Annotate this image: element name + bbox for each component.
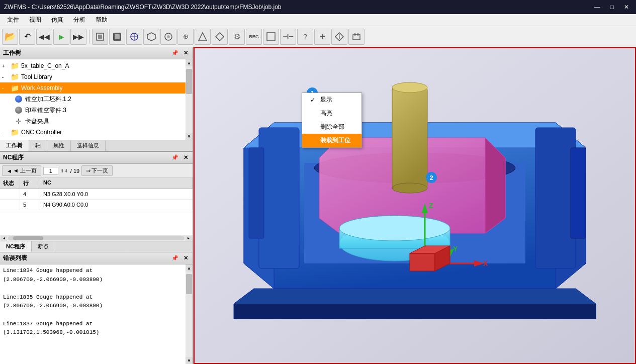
tool-button-5[interactable] <box>160 29 176 45</box>
nc-table-body[interactable]: 4 N3 G28 X0.0 Y0.0 5 N4 G90 A0.0 C0.0 <box>0 189 193 235</box>
tool-button-2[interactable] <box>109 29 125 45</box>
tree-item-cnc[interactable]: - 📁 CNC Controller <box>0 127 186 138</box>
window-title: ZWFMS - C:\Users\62526\AppData\Roaming\Z… <box>4 4 282 11</box>
tool-button-1[interactable] <box>92 29 108 45</box>
nc-tabs: NC程序 断点 <box>0 241 193 252</box>
menu-view[interactable]: 视图 <box>24 15 46 25</box>
nc-cell-line-1: 4 <box>20 189 40 199</box>
tool-button-8[interactable] <box>212 29 228 45</box>
prev-page-button[interactable]: ◄ ◄ 上一页 <box>2 165 41 176</box>
menu-simulate[interactable]: 仿真 <box>46 15 68 25</box>
tree-item-boring-blank[interactable]: 镗空加工坯料.1.2 <box>0 94 186 105</box>
tool-button-12[interactable] <box>331 29 347 45</box>
scroll-right-button[interactable]: ► <box>186 236 192 241</box>
tool-button-help[interactable]: ? <box>297 29 313 45</box>
nc-horizontal-scrollbar[interactable]: ◄ ► <box>0 235 193 241</box>
next-page-button[interactable]: ⇒ 下一页 <box>81 165 113 176</box>
check-icon: ✓ <box>310 97 317 104</box>
tree-item-seal-part[interactable]: 印章镗空零件.3 <box>0 105 186 116</box>
tool-button-11[interactable]: ✚ <box>314 29 330 45</box>
step-back-button[interactable]: ◀◀ <box>36 29 52 45</box>
menu-file[interactable]: 文件 <box>2 15 24 25</box>
folder-icon: 📁 <box>10 128 19 136</box>
page-spinner[interactable]: ⬆⬇ <box>60 168 68 173</box>
tool-button-9[interactable] <box>263 29 279 45</box>
ctx-item-load-position[interactable]: 装载到工位 <box>302 134 361 147</box>
tool-button-10[interactable]: ⊣⊢ <box>280 29 296 45</box>
error-close-button[interactable]: ✕ <box>182 254 190 262</box>
menu-help[interactable]: 帮助 <box>90 15 113 25</box>
nc-cell-status-2 <box>0 200 20 210</box>
error-line-1835: Line:1835 Gouge happened at <box>3 293 185 302</box>
scroll-left-button[interactable]: ◄ <box>1 236 7 241</box>
svg-marker-7 <box>147 33 155 41</box>
nc-row-1[interactable]: 4 N3 G28 X0.0 Y0.0 <box>0 189 193 200</box>
error-coords-1834: (2.806700,-2.066900,-0.003800) <box>3 276 185 285</box>
tree-label: Work Assembly <box>21 84 62 92</box>
ctx-label-load-position: 装载到工位 <box>320 136 350 145</box>
minimize-button[interactable]: — <box>591 3 603 12</box>
expand-icon[interactable]: - <box>2 85 9 91</box>
tool-button-13[interactable] <box>348 29 365 45</box>
tool-button-7[interactable] <box>195 29 211 45</box>
expand-icon[interactable]: - <box>2 130 9 135</box>
nc-cell-line-2: 5 <box>20 200 40 210</box>
error-scrollbar[interactable]: ▲ ▼ <box>186 264 193 364</box>
tool-button-reg[interactable]: REG <box>246 29 262 45</box>
tool-button-6[interactable]: ⊕ <box>177 29 194 45</box>
nc-scroll-track <box>8 236 185 240</box>
tree-item-5x-table[interactable]: + 📁 5x_table_C_on_A <box>0 60 186 71</box>
error-panel: 错误列表 📌 ✕ Line:1834 Gouge happened at (2.… <box>0 252 193 364</box>
work-tree-close-button[interactable]: ✕ <box>182 49 190 57</box>
tab-properties[interactable]: 属性 <box>47 140 71 151</box>
scroll-up-button[interactable]: ▲ <box>186 59 193 66</box>
nc-close-button[interactable]: ✕ <box>182 154 190 161</box>
expand-icon[interactable]: - <box>2 74 9 80</box>
svg-rect-12 <box>267 33 275 41</box>
close-button[interactable]: ✕ <box>621 3 632 12</box>
tab-breakpoints[interactable]: 断点 <box>32 241 55 252</box>
scroll-thumb[interactable] <box>186 69 192 94</box>
tree-scrollbar[interactable]: ▲ ▼ <box>186 59 193 140</box>
ctx-item-highlight[interactable]: 高亮 <box>302 107 361 120</box>
ctx-item-show[interactable]: ✓ 显示 <box>302 93 361 107</box>
error-scroll-up[interactable]: ▲ <box>186 264 193 271</box>
tree-item-chuck[interactable]: ✛ 卡盘夹具 <box>0 116 186 127</box>
tool-button-4[interactable] <box>143 29 159 45</box>
tree-item-work-assembly[interactable]: - 📁 Work Assembly <box>0 82 186 94</box>
tool-button-gear[interactable]: ⚙ <box>229 29 245 45</box>
ctx-item-delete-all[interactable]: 删除全部 <box>302 120 361 134</box>
open-button[interactable]: 📂 <box>2 29 18 45</box>
ctx-label-show: 显示 <box>320 96 332 104</box>
viewport[interactable]: Z Y X 1 ✓ 显示 <box>194 47 636 364</box>
undo-button[interactable]: ↶ <box>19 29 35 45</box>
svg-rect-47 <box>259 128 299 268</box>
tab-nc-program[interactable]: NC程序 <box>0 241 32 252</box>
scroll-down-button[interactable]: ▼ <box>186 133 193 140</box>
maximize-button[interactable]: □ <box>607 3 617 12</box>
nc-pin-button[interactable]: 📌 <box>170 154 180 161</box>
nc-scroll-thumb[interactable] <box>13 236 43 240</box>
tab-axis[interactable]: 轴 <box>29 140 47 151</box>
work-tree-header-controls: 📌 ✕ <box>170 49 190 57</box>
tree-view[interactable]: + 📁 5x_table_C_on_A - 📁 Tool Library - 📁 <box>0 59 193 140</box>
play-button[interactable]: ▶ <box>53 29 69 45</box>
error-scroll-down[interactable]: ▼ <box>186 357 193 364</box>
error-scroll-thumb[interactable] <box>186 274 192 294</box>
error-content[interactable]: Line:1834 Gouge happened at (2.806700,-2… <box>0 264 193 364</box>
tree-label: 卡盘夹具 <box>25 117 49 126</box>
tab-work-tree[interactable]: 工作树 <box>0 140 29 151</box>
tree-item-tool-library[interactable]: - 📁 Tool Library <box>0 71 186 82</box>
nc-panel: NC程序 📌 ✕ ◄ ◄ 上一页 ⬆⬇ / 19 ⇒ 下一页 <box>0 152 193 252</box>
nc-row-2[interactable]: 5 N4 G90 A0.0 C0.0 <box>0 200 193 210</box>
error-pin-button[interactable]: 📌 <box>170 254 180 262</box>
tool-button-3[interactable] <box>126 29 142 45</box>
tab-selection-info[interactable]: 选择信息 <box>71 140 106 151</box>
step-forward-button[interactable]: ▶▶ <box>70 29 86 45</box>
work-tree-pin-button[interactable]: 📌 <box>170 49 180 57</box>
expand-icon[interactable]: + <box>2 63 9 69</box>
col-header-line: 行 <box>20 178 40 189</box>
svg-point-30 <box>392 82 427 93</box>
page-number-input[interactable] <box>43 167 58 175</box>
menu-analyze[interactable]: 分析 <box>68 15 90 25</box>
